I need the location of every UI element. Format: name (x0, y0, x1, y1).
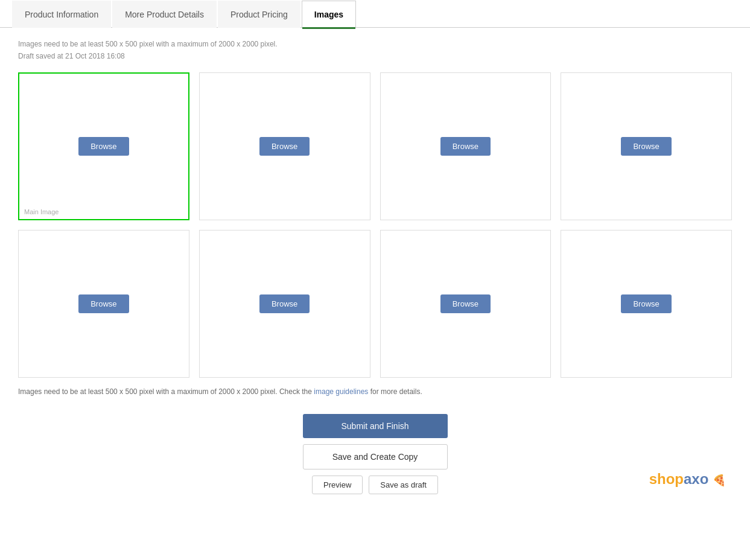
logo-area: shopaxo 🍕 (649, 471, 726, 488)
image-slot-8: Browse (561, 230, 732, 378)
logo-part2: axo (684, 471, 708, 487)
image-slot-6: Browse (199, 230, 370, 378)
save-draft-button[interactable]: Save as draft (369, 476, 438, 494)
main-image-label: Main Image (24, 208, 59, 215)
image-grid-bottom: Browse Browse Browse Browse (18, 230, 732, 378)
tab-product-information[interactable]: Product Information (12, 1, 111, 28)
browse-button-4[interactable]: Browse (621, 137, 671, 156)
content-area: Images need to be at least 500 x 500 pix… (0, 28, 750, 506)
image-slot-3: Browse (380, 72, 551, 220)
browse-button-8[interactable]: Browse (621, 294, 671, 313)
logo-icon: 🍕 (713, 474, 726, 486)
tab-bar: Product Information More Product Details… (0, 0, 750, 28)
image-grid-top: Browse Main Image Browse Browse Browse (18, 72, 732, 220)
secondary-buttons-row: Preview Save as draft (312, 476, 438, 494)
browse-button-6[interactable]: Browse (259, 294, 310, 313)
browse-button-5[interactable]: Browse (78, 294, 129, 313)
tab-more-product-details[interactable]: More Product Details (112, 1, 217, 28)
image-guidelines-link[interactable]: image guidelines (314, 387, 368, 396)
actions-area: Submit and Finish Save and Create Copy P… (18, 414, 732, 494)
browse-button-2[interactable]: Browse (259, 137, 310, 156)
browse-button-7[interactable]: Browse (440, 294, 491, 313)
page-wrapper: Product Information More Product Details… (0, 0, 750, 560)
size-hint-text: Images need to be at least 500 x 500 pix… (18, 40, 732, 48)
image-slot-7: Browse (380, 230, 551, 378)
draft-saved-text: Draft saved at 21 Oct 2018 16:08 (18, 52, 732, 60)
image-slot-5: Browse (18, 230, 189, 378)
image-slot-4: Browse (561, 72, 732, 220)
bottom-info-text: Images need to be at least 500 x 500 pix… (18, 387, 732, 396)
save-create-copy-button[interactable]: Save and Create Copy (303, 444, 448, 469)
image-slot-1: Browse Main Image (18, 72, 189, 220)
browse-button-1[interactable]: Browse (78, 137, 129, 156)
submit-finish-button[interactable]: Submit and Finish (303, 414, 448, 438)
tab-product-pricing[interactable]: Product Pricing (218, 1, 300, 28)
shopaxo-logo: shopaxo 🍕 (649, 471, 726, 488)
tab-images[interactable]: Images (302, 1, 356, 28)
logo-part1: shop (649, 471, 684, 487)
image-slot-2: Browse (199, 72, 370, 220)
preview-button[interactable]: Preview (312, 476, 363, 494)
browse-button-3[interactable]: Browse (440, 137, 491, 156)
